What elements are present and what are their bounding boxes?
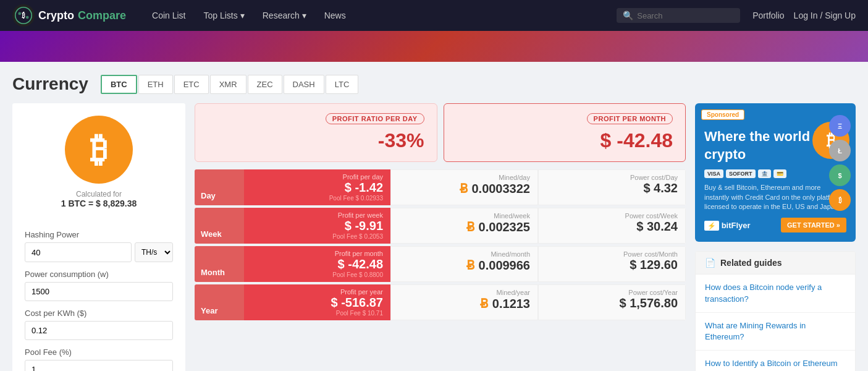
sofort-icon: SOFORT: [726, 169, 756, 178]
btc-symbol-inline: Ƀ: [460, 182, 468, 195]
nav-portfolio[interactable]: Portfolio: [752, 11, 784, 20]
guide-icon: 📄: [705, 258, 715, 268]
guide-link[interactable]: How does a Bitcoin node verify a transac…: [705, 283, 822, 303]
profit-per-month-label: PROFIT PER MONTH: [587, 113, 673, 124]
currency-tab-zec[interactable]: ZEC: [248, 75, 282, 94]
btc-symbol-inline: Ƀ: [466, 258, 475, 272]
power-cell: Power cost/Week $ 30.24: [538, 208, 686, 244]
get-started-button[interactable]: GET STARTED »: [781, 218, 846, 232]
power-value: $ 1,576.80: [546, 296, 678, 310]
power-title: Power cost/Month: [546, 250, 678, 258]
related-guides-header: 📄 Related guides: [696, 252, 855, 275]
profit-value: $ -42.48: [251, 257, 383, 271]
cost-per-kwh-input[interactable]: [25, 321, 173, 340]
nav-research[interactable]: Research ▾: [255, 7, 314, 24]
mined-title: Mined/year: [398, 289, 530, 296]
profit-value: $ -9.91: [251, 219, 383, 233]
bitflyer-logo: ⚡ bitFlyer: [704, 221, 751, 230]
nav-coin-list[interactable]: Coin List: [145, 7, 193, 24]
period-label-cell: Month: [195, 246, 244, 282]
related-guides-title: Related guides: [720, 258, 782, 268]
sponsored-badge: Sponsored: [701, 109, 744, 120]
mined-value: Ƀ 0.0003322: [398, 181, 530, 196]
period-label-cell: Day: [195, 169, 244, 205]
ad-crypto-icons: Ξ Ł $ ₿: [829, 115, 851, 211]
search-bar[interactable]: 🔍: [617, 8, 740, 23]
guide-item[interactable]: How does a Bitcoin node verify a transac…: [696, 275, 855, 312]
guide-item[interactable]: How to Identify a Bitcoin or Ethereum: [696, 351, 855, 371]
power-title: Power cost/Year: [546, 289, 678, 296]
profit-ratio-day-box: PROFIT RATIO PER DAY -33%: [195, 103, 437, 162]
currency-tab-eth[interactable]: ETH: [138, 75, 173, 94]
search-input[interactable]: [637, 11, 734, 20]
related-guides: 📄 Related guides How does a Bitcoin node…: [695, 251, 856, 371]
middle-panel: PROFIT RATIO PER DAY -33% PROFIT PER MON…: [195, 103, 686, 371]
profit-cell: Profit per month $ -42.48 Pool Fee $ 0.8…: [244, 246, 390, 282]
brand-name-crypto: Crypto: [38, 9, 74, 22]
brand-logo-area[interactable]: ₿ CryptoCompare: [12, 4, 126, 27]
currency-tab-ltc[interactable]: LTC: [326, 75, 359, 94]
mined-value: Ƀ 0.1213: [398, 296, 530, 311]
hashing-power-unit-select[interactable]: TH/s GH/s MH/s: [135, 242, 173, 262]
svg-text:₿: ₿: [22, 12, 25, 19]
guides-list: How does a Bitcoin node verify a transac…: [696, 275, 855, 371]
period-label: Week: [201, 229, 238, 239]
profit-title: Profit per year: [251, 288, 383, 296]
mined-value: Ƀ 0.002325: [398, 220, 530, 234]
profit-per-month-value: $ -42.48: [457, 129, 673, 152]
mined-cell: Mined/year Ƀ 0.1213: [390, 284, 538, 320]
nav-login[interactable]: Log In / Sign Up: [794, 11, 856, 20]
btc-symbol: ₿: [90, 130, 107, 169]
currency-tab-btc[interactable]: BTC: [101, 75, 137, 94]
mined-title: Mined/week: [398, 212, 530, 220]
pool-fee-value: Pool Fee $ 0.02933: [251, 195, 383, 202]
profit-value: $ -1.42: [251, 181, 383, 195]
currency-tab-etc[interactable]: ETC: [174, 75, 209, 94]
data-row: Month Profit per month $ -42.48 Pool Fee…: [195, 246, 686, 282]
svg-point-2: [18, 12, 21, 15]
power-value: $ 129.60: [546, 258, 678, 272]
period-label: Year: [201, 306, 238, 315]
btc-symbol-inline: Ƀ: [480, 297, 489, 310]
payment-icon-4: 💳: [773, 169, 786, 178]
guide-item[interactable]: What are Mining Rewards in Ethereum?: [696, 313, 855, 351]
banner: [0, 31, 868, 62]
svg-point-3: [26, 16, 29, 19]
hashing-power-input[interactable]: [25, 242, 132, 262]
profit-title: Profit per day: [251, 173, 383, 181]
period-label: Month: [201, 268, 238, 277]
power-value: $ 4.32: [546, 181, 678, 195]
power-cell: Power cost/Day $ 4.32: [538, 169, 686, 205]
pool-fee-value: Pool Fee $ 0.2053: [251, 233, 383, 240]
calculated-for-label: Calculated for: [76, 190, 122, 198]
currency-tab-dash[interactable]: DASH: [284, 75, 324, 94]
btc-circle-ad: ₿: [829, 189, 851, 211]
altcoin-circle: $: [829, 164, 851, 186]
brand-name-compare: Compare: [78, 9, 126, 22]
pool-fee-input[interactable]: [25, 360, 173, 371]
mined-cell: Mined/week Ƀ 0.002325: [390, 208, 538, 244]
profit-ratio-day-value: -33%: [208, 129, 424, 152]
pool-fee-value: Pool Fee $ 0.8800: [251, 271, 383, 278]
right-panel: Sponsored ₿ Where the world buys crypto …: [695, 103, 856, 371]
guide-link[interactable]: How to Identify a Bitcoin or Ethereum: [705, 359, 838, 368]
payment-icons: VISA SOFORT 🏦 💳: [704, 169, 846, 178]
nav-news[interactable]: News: [317, 7, 353, 24]
profit-value: $ -516.87: [251, 296, 383, 310]
cost-per-kwh-label: Cost per KWh ($): [25, 309, 173, 318]
guide-link[interactable]: What are Mining Rewards in Ethereum?: [705, 321, 806, 341]
ad-box: Sponsored ₿ Where the world buys crypto …: [695, 103, 856, 242]
profit-ratio-day-label: PROFIT RATIO PER DAY: [326, 113, 424, 124]
profit-cell: Profit per year $ -516.87 Pool Fee $ 10.…: [244, 284, 390, 320]
currency-tab-xmr[interactable]: XMR: [210, 75, 246, 94]
data-row: Year Profit per year $ -516.87 Pool Fee …: [195, 284, 686, 320]
nav-top-lists[interactable]: Top Lists ▾: [196, 7, 252, 24]
mined-title: Mined/month: [398, 250, 530, 258]
data-row: Day Profit per day $ -1.42 Pool Fee $ 0.…: [195, 169, 686, 205]
power-consumption-label: Power consumption (w): [25, 270, 173, 279]
period-label: Day: [201, 191, 238, 200]
power-consumption-input[interactable]: [25, 282, 173, 301]
profit-cell: Profit per day $ -1.42 Pool Fee $ 0.0293…: [244, 169, 390, 205]
dropdown-arrow-icon: ▾: [240, 11, 245, 20]
btc-logo: ₿: [65, 116, 133, 184]
